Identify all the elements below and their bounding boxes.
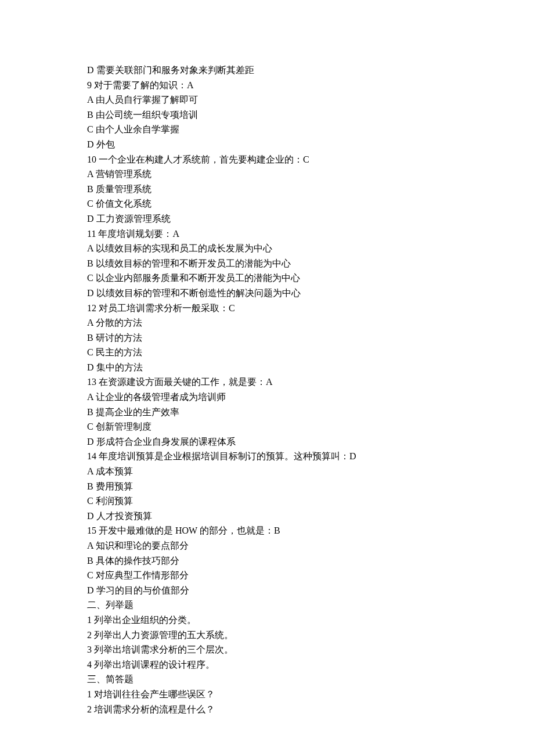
text-line: D 形成符合企业自身发展的课程体系	[87, 434, 447, 449]
text-line: B 费用预算	[87, 479, 447, 494]
text-line: A 知识和理论的要点部分	[87, 538, 447, 553]
text-line: B 提高企业的生产效率	[87, 405, 447, 420]
text-line: D 人才投资预算	[87, 509, 447, 524]
text-line: 13 在资源建设方面最关键的工作，就是要：A	[87, 375, 447, 390]
text-line: A 营销管理系统	[87, 167, 447, 182]
text-line: C 由个人业余自学掌握	[87, 122, 447, 137]
document-page: D 需要关联部门和服务对象来判断其差距 9 对于需要了解的知识：A A 由人员自…	[0, 0, 534, 751]
text-line: D 外包	[87, 137, 447, 152]
text-line: 15 开发中最难做的是 HOW 的部分，也就是：B	[87, 523, 447, 538]
text-line: D 工力资源管理系统	[87, 211, 447, 226]
text-line: D 集中的方法	[87, 360, 447, 375]
text-line: D 学习的目的与价值部分	[87, 583, 447, 598]
text-line: 3 列举出培训需求分析的三个层次。	[87, 642, 447, 657]
text-line: A 分散的方法	[87, 315, 447, 330]
text-line: C 民主的方法	[87, 345, 447, 360]
text-line: 14 年度培训预算是企业根据培训目标制订的预算。这种预算叫：D	[87, 449, 447, 464]
text-line: C 价值文化系统	[87, 196, 447, 211]
text-line: C 创新管理制度	[87, 419, 447, 434]
text-line: B 具体的操作技巧部分	[87, 553, 447, 568]
text-line: 10 一个企业在构建人才系统前，首先要构建企业的：C	[87, 152, 447, 167]
text-line: A 成本预算	[87, 464, 447, 479]
text-line: C 利润预算	[87, 494, 447, 509]
text-line: C 以企业内部服务质量和不断开发员工的潜能为中心	[87, 271, 447, 286]
text-line: 9 对于需要了解的知识：A	[87, 78, 447, 93]
text-line: 二、列举题	[87, 597, 447, 613]
text-line: 4 列举出培训课程的设计程序。	[87, 657, 447, 672]
text-line: A 让企业的各级管理者成为培训师	[87, 390, 447, 405]
text-line: B 由公司统一组织专项培训	[87, 107, 447, 123]
text-line: 2 列举出人力资源管理的五大系统。	[87, 628, 447, 643]
text-line: D 需要关联部门和服务对象来判断其差距	[87, 63, 447, 78]
text-line: B 以绩效目标的管理和不断开发员工的潜能为中心	[87, 256, 447, 271]
text-line: B 研讨的方法	[87, 330, 447, 345]
text-line: 12 对员工培训需求分析一般采取：C	[87, 301, 447, 316]
text-line: A 由人员自行掌握了解即可	[87, 92, 447, 107]
text-line: D 以绩效目标的管理和不断创造性的解决问题为中心	[87, 286, 447, 301]
text-line: 2 培训需求分析的流程是什么？	[87, 702, 447, 717]
text-line: 1 对培训往往会产生哪些误区？	[87, 687, 447, 702]
text-line: 11 年度培训规划要：A	[87, 226, 447, 242]
text-line: C 对应典型工作情形部分	[87, 568, 447, 583]
text-line: B 质量管理系统	[87, 182, 447, 197]
text-line: 1 列举出企业组织的分类。	[87, 613, 447, 628]
text-line: A 以绩效目标的实现和员工的成长发展为中心	[87, 241, 447, 256]
text-line: 三、简答题	[87, 672, 447, 687]
